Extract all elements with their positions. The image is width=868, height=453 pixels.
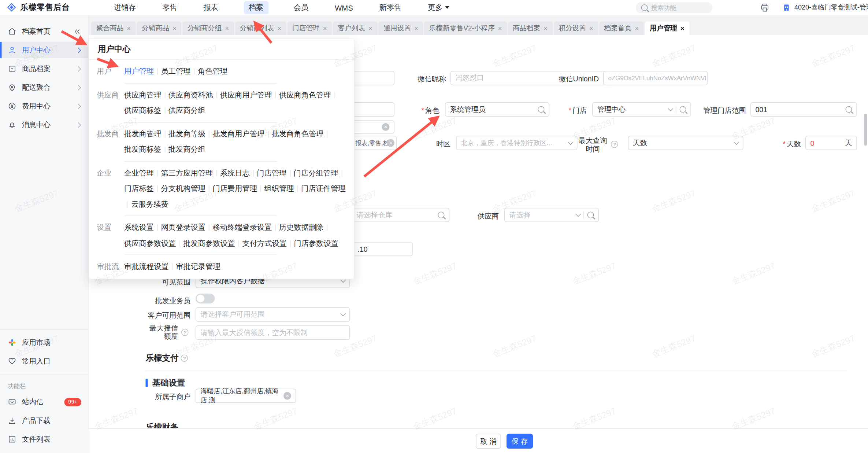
menu-item[interactable]: 门店参数设置 <box>294 236 339 251</box>
menu-item[interactable]: 审批流程设置 <box>124 259 169 275</box>
customer-scope-select[interactable]: 请选择客户可用范围 <box>196 307 350 322</box>
close-icon[interactable]: × <box>127 25 131 32</box>
sidebar-item-product-download[interactable]: 产品下载 <box>0 412 88 429</box>
warehouse-input[interactable]: 请选择仓库 <box>352 208 449 222</box>
menu-item[interactable]: 历史数据删除 <box>279 220 324 236</box>
close-icon[interactable]: × <box>544 25 548 32</box>
menu-item[interactable]: 供应商管理 <box>124 87 161 103</box>
account-switcher[interactable]: 4020-喜临门零食测试-管理中心 <box>783 3 868 12</box>
close-icon[interactable]: × <box>589 25 593 32</box>
nav-item-new-retail[interactable]: 新零售 <box>378 1 403 14</box>
tab-product-archive[interactable]: 商品档案× <box>508 22 553 36</box>
menu-item-role-management[interactable]: 角色管理 <box>198 64 227 80</box>
menu-item[interactable]: 批发商用户管理 <box>213 126 265 142</box>
max-query-time-select[interactable]: 天数 <box>628 136 743 150</box>
menu-item[interactable]: 组织管理 <box>264 181 294 197</box>
nav-item-archives[interactable]: 档案 <box>244 1 268 14</box>
menu-item[interactable]: 系统日志 <box>220 165 250 181</box>
close-icon[interactable]: × <box>225 25 229 32</box>
store-select[interactable]: 管理中心 <box>592 102 691 117</box>
menu-item[interactable]: 移动终端登录设置 <box>213 220 272 236</box>
tab-store-management[interactable]: 门店管理× <box>288 22 332 36</box>
sidebar-item-file-list[interactable]: 文件列表 <box>0 431 88 448</box>
search-icon[interactable] <box>846 106 852 113</box>
role-input[interactable]: 系统管理员 <box>445 102 549 117</box>
nav-item-members[interactable]: 会员 <box>293 1 310 14</box>
menu-item[interactable]: 门店证件管理 <box>301 181 346 197</box>
menu-item[interactable]: 云服务续费 <box>131 196 168 212</box>
menu-item[interactable]: 供应商参数设置 <box>124 236 176 251</box>
sidebar-item-app-market[interactable]: 应用市场 <box>0 334 88 351</box>
menu-item[interactable]: 批发商分组 <box>168 142 205 158</box>
menu-item[interactable]: 网页登录设置 <box>161 220 206 236</box>
vertical-scrollbar-thumb[interactable] <box>864 114 867 146</box>
sidebar-item-expense-center[interactable]: 费用中心 <box>0 98 88 114</box>
tab-user-management[interactable]: 用户管理× <box>645 22 689 36</box>
tab-distribution-products[interactable]: 分销商品× <box>137 22 182 36</box>
menu-item[interactable]: 门店标签 <box>124 181 154 197</box>
help-icon[interactable] <box>181 355 188 362</box>
menu-item[interactable]: 供应商角色管理 <box>279 87 331 103</box>
wechat-unionid-input[interactable]: oZG9Os2VELuhNoZsWxArVnWNVl <box>603 71 708 85</box>
menu-item[interactable]: 批发商角色管理 <box>272 126 324 142</box>
clear-icon[interactable] <box>382 123 390 131</box>
menu-item[interactable]: 门店管理 <box>257 165 286 181</box>
search-input[interactable]: 搜索功能 <box>636 2 713 13</box>
tab-aggregated-products[interactable]: 聚合商品× <box>91 22 136 36</box>
wholesale-salesman-toggle[interactable] <box>196 294 215 303</box>
tab-archive-home[interactable]: 档案首页× <box>599 22 644 36</box>
menu-item[interactable]: 批发商管理 <box>124 126 161 142</box>
close-icon[interactable]: × <box>173 25 177 32</box>
sub-merchant-input[interactable]: 海曙店,江东店,鄞州店,镇海店,测 <box>196 389 296 403</box>
sidebar-item-delivery[interactable]: 配送聚合 <box>0 79 88 96</box>
sidebar-item-inbox[interactable]: 站内信 99+ <box>0 394 88 410</box>
nav-item-retail[interactable]: 零售 <box>161 1 178 14</box>
help-icon[interactable] <box>611 141 618 148</box>
save-button[interactable]: 保 存 <box>507 434 533 449</box>
close-icon[interactable]: × <box>635 25 639 32</box>
supplier-select[interactable]: 请选择 <box>504 208 599 222</box>
search-icon[interactable] <box>438 212 445 218</box>
sidebar-item-user-center[interactable]: 用户中心 <box>0 42 88 58</box>
tab-distributor-groups[interactable]: 分销商分组× <box>182 22 234 36</box>
nav-item-wms[interactable]: WMS <box>334 2 354 14</box>
menu-item[interactable]: 批发商等级 <box>168 126 205 142</box>
search-icon[interactable] <box>587 212 594 218</box>
menu-item[interactable]: 批发商标签 <box>124 142 161 158</box>
timezone-select[interactable]: 北京，重庆，香港特别行政区... <box>456 136 578 150</box>
tab-points-settings[interactable]: 积分设置× <box>553 22 598 36</box>
menu-item[interactable]: 门店分组管理 <box>294 165 338 181</box>
close-icon[interactable]: × <box>414 25 418 32</box>
menu-item-user-management[interactable]: 用户管理 <box>124 64 154 80</box>
menu-item[interactable]: 供应商标签 <box>124 103 161 119</box>
cancel-button[interactable]: 取 消 <box>476 434 501 449</box>
menu-item[interactable]: 支付方式设置 <box>242 236 287 251</box>
close-icon[interactable]: × <box>323 25 327 32</box>
menu-item[interactable]: 企业管理 <box>124 165 154 181</box>
tab-customer-list[interactable]: 客户列表× <box>333 22 378 36</box>
menu-item[interactable]: 系统设置 <box>124 220 154 236</box>
sidebar-item-favorites[interactable]: 常用入口 <box>0 353 88 369</box>
menu-item[interactable]: 供应商用户管理 <box>220 87 272 103</box>
sidebar-item-archive-home[interactable]: 档案首页 <box>0 23 88 40</box>
menu-item[interactable]: 分支机构管理 <box>161 181 206 197</box>
clear-icon[interactable] <box>387 139 394 147</box>
menu-item[interactable]: 批发商参数设置 <box>183 236 235 251</box>
clear-icon[interactable] <box>283 392 291 400</box>
help-icon[interactable] <box>181 329 189 336</box>
nav-item-reports[interactable]: 报表 <box>203 1 220 14</box>
max-credit-input[interactable]: 请输入最大授信额度，空为不限制 <box>196 325 350 340</box>
menu-item[interactable]: 供应商分组 <box>168 103 205 119</box>
nav-item-more[interactable]: 更多 <box>427 1 451 14</box>
app-logo[interactable]: 乐檬零售后台 <box>7 2 70 13</box>
printer-icon[interactable] <box>760 3 770 13</box>
menu-item[interactable]: 供应商资料池 <box>168 87 213 103</box>
close-icon[interactable]: × <box>498 25 502 32</box>
menu-item[interactable]: 第三方应用管理 <box>161 165 213 181</box>
sidebar-item-product-archive[interactable]: 商品档案 <box>0 60 88 77</box>
close-icon[interactable]: × <box>680 25 685 32</box>
close-icon[interactable]: × <box>369 25 373 32</box>
close-icon[interactable]: × <box>278 25 282 32</box>
search-icon[interactable] <box>680 106 686 113</box>
menu-item[interactable]: 审批记录管理 <box>176 259 220 275</box>
